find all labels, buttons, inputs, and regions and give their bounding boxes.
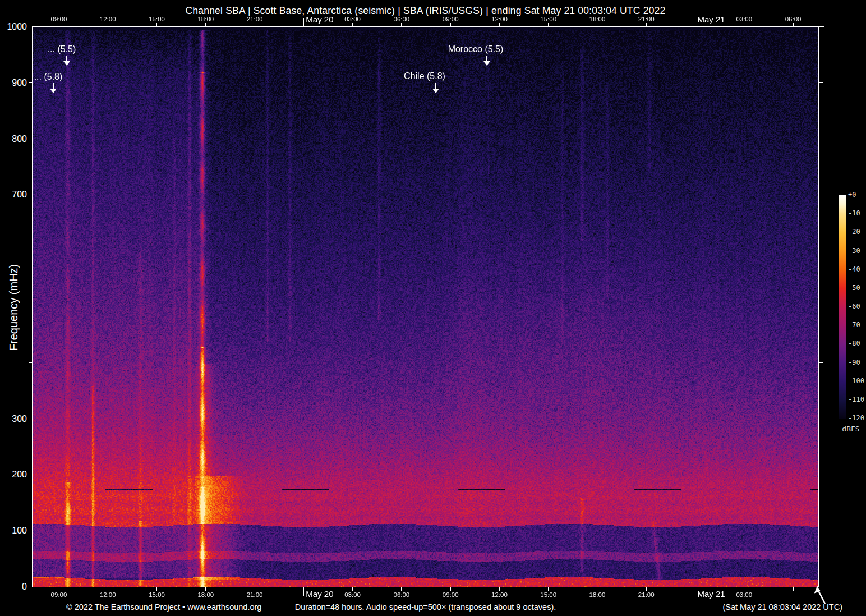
freq-tick [819, 475, 823, 475]
colorbar-tick-label: -40 [848, 265, 860, 273]
time-tick [59, 23, 59, 26]
time-tick [646, 587, 647, 591]
freq-tick-label: 1000 [1, 22, 27, 32]
time-tick-label: 21:00 [241, 591, 269, 598]
time-tick-label: 15:00 [535, 16, 563, 22]
annotation-label: ... (5.5) [0, 44, 123, 54]
time-tick-label: 09:00 [436, 16, 464, 22]
time-tick [255, 23, 255, 26]
freq-tick [29, 82, 33, 83]
time-tick [108, 23, 108, 26]
spectrogram-canvas [33, 27, 818, 587]
time-tick [255, 587, 255, 591]
freq-tick [29, 139, 33, 139]
colorbar-tick-label: -100 [848, 377, 864, 385]
time-tick-label: 15:00 [535, 591, 563, 598]
colorbar-tick-label: -70 [848, 321, 860, 329]
time-tick [548, 23, 549, 26]
time-tick [401, 23, 402, 26]
time-tick-label: 18:00 [583, 591, 611, 598]
time-tick [744, 23, 744, 26]
time-tick [59, 587, 59, 591]
time-tick-label: May 21 [698, 589, 725, 599]
freq-tick [819, 307, 823, 307]
time-tick [695, 587, 695, 596]
freq-tick-label: 700 [1, 190, 27, 200]
time-tick [156, 587, 157, 591]
time-tick [205, 587, 206, 591]
time-tick-label: 09:00 [45, 16, 73, 22]
colorbar-tick-label: -50 [848, 284, 860, 292]
time-tick-label: May 20 [306, 589, 333, 599]
time-tick [793, 23, 794, 26]
freq-tick [819, 27, 823, 27]
time-tick [499, 23, 500, 26]
time-tick [156, 23, 157, 26]
freq-tick [819, 531, 823, 531]
freq-tick-label: 100 [1, 526, 27, 536]
freq-tick [819, 195, 823, 195]
freq-tick [29, 362, 33, 363]
time-tick-label: 03:00 [730, 591, 758, 598]
time-tick [597, 587, 597, 591]
time-tick-label: 06:00 [388, 591, 416, 598]
colorbar-unit-label: dBFS [837, 425, 865, 433]
time-tick [695, 18, 695, 26]
colorbar-tick-label: -60 [848, 302, 860, 310]
annotation-arrow-head [50, 89, 57, 93]
freq-tick-label: 300 [1, 414, 27, 424]
time-tick [450, 587, 451, 591]
freq-tick [819, 82, 823, 83]
annotation-arrow-head [432, 89, 439, 93]
time-tick-label: 12:00 [94, 16, 122, 22]
freq-tick-label: 200 [1, 470, 27, 480]
time-tick-label: May 21 [698, 15, 725, 24]
time-tick-label: 12:00 [485, 591, 513, 598]
time-tick [108, 587, 108, 591]
time-tick-label: May 20 [306, 15, 333, 24]
time-tick-label: 03:00 [339, 16, 367, 22]
freq-tick [29, 307, 33, 307]
time-tick [303, 587, 304, 596]
freq-tick [29, 195, 33, 195]
annotation-label: Morocco (5.5) [414, 44, 537, 54]
freq-tick-label: 800 [1, 134, 27, 144]
time-tick [744, 587, 744, 591]
annotation-arrow-head [483, 61, 490, 66]
colorbar-tick-label: -20 [848, 228, 860, 236]
freq-tick-label: 0 [1, 582, 27, 592]
time-tick [646, 23, 647, 26]
time-tick-label: 18:00 [192, 591, 220, 598]
time-tick [352, 23, 353, 26]
time-tick [303, 18, 304, 26]
time-tick-label: 06:00 [779, 16, 807, 22]
time-tick-label: 06:00 [388, 16, 416, 22]
freq-tick [29, 27, 33, 27]
annotation-label: Chile (5.8) [363, 71, 486, 81]
freq-tick [29, 587, 33, 587]
colorbar-tick-label: -110 [848, 396, 864, 403]
time-tick [793, 587, 794, 591]
time-tick-label: 09:00 [436, 591, 464, 598]
time-tick-label: 12:00 [94, 591, 122, 598]
colorbar-gradient [839, 195, 846, 419]
time-tick [597, 23, 597, 26]
time-tick-label: 03:00 [339, 591, 367, 598]
time-tick-label: 15:00 [143, 591, 171, 598]
annotation-label: ... (5.8) [0, 72, 110, 82]
freq-tick [29, 531, 33, 531]
freq-tick [819, 419, 823, 419]
time-tick [205, 23, 206, 26]
time-tick [548, 587, 549, 591]
time-tick-label: 18:00 [192, 16, 220, 22]
time-tick-label: 03:00 [730, 16, 758, 22]
time-tick-label: 21:00 [241, 16, 269, 22]
freq-tick [819, 251, 823, 251]
freq-tick [29, 475, 33, 475]
freq-tick [29, 419, 33, 419]
footer-timestamp: (Sat May 21 08:03:04 2022 UTC) [0, 603, 842, 612]
time-tick-label: 15:00 [143, 16, 171, 22]
time-tick-label: 21:00 [632, 16, 660, 22]
time-tick [450, 23, 451, 26]
spectrogram-page: { "title": "Channel SBA | Scott Base, An… [0, 0, 866, 616]
